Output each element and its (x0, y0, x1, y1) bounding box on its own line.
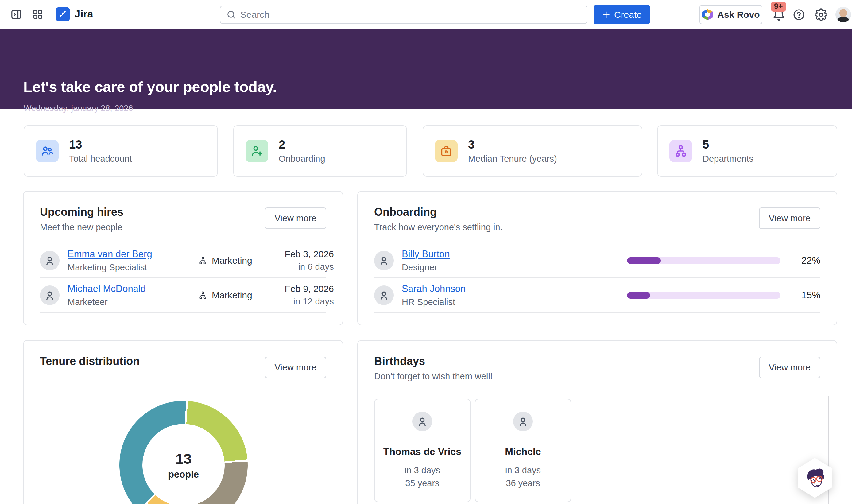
onboarding-progress-bar (627, 257, 780, 264)
avatar (513, 412, 533, 431)
jira-people-dashboard: Jira Create Ask Rovo 9+ (0, 0, 852, 504)
gear-icon (815, 8, 828, 21)
person-icon (43, 289, 56, 302)
avatar (374, 251, 394, 270)
hire-identity: Emma van der Berg Marketing Specialist (68, 249, 190, 273)
hire-date-relative: in 12 days (260, 296, 334, 307)
jira-logo[interactable] (56, 7, 70, 21)
ask-rovo-button[interactable]: Ask Rovo (700, 5, 762, 24)
tenure-distribution-card: Tenure distribution View more 13 people (23, 340, 343, 504)
onboarding-row: Billy Burton Designer 22% (374, 244, 820, 278)
avatar (413, 412, 432, 431)
stat-text: 2 Onboarding (279, 138, 325, 164)
person-icon (378, 254, 390, 267)
birthdays-card: Birthdays Don't forget to wish them well… (357, 340, 837, 504)
app-grid-icon (32, 9, 43, 20)
onboarding-role: Designer (402, 263, 619, 273)
birthdays-subtitle: Don't forget to wish them well! (374, 372, 820, 381)
stat-card-total-headcount[interactable]: 13 Total headcount (24, 125, 218, 177)
hire-name-link[interactable]: Emma van der Berg (68, 249, 152, 260)
stat-tile (435, 140, 458, 162)
org-chart-icon (674, 144, 688, 158)
onboarding-progress-percent: 15% (788, 290, 820, 301)
onboarding-progress-fill (627, 257, 661, 264)
onboarding-list: Billy Burton Designer 22% Sarah Johnson … (358, 244, 837, 313)
search-input[interactable] (240, 10, 581, 20)
birthdays-view-more-button[interactable]: View more (759, 357, 820, 378)
stat-text: 5 Departments (703, 138, 754, 164)
upcoming-hires-list: Emma van der Berg Marketing Specialist M… (24, 244, 343, 313)
department-icon (198, 256, 207, 265)
sidebar-toggle-button[interactable] (11, 8, 22, 20)
hire-department: Marketing (198, 290, 252, 301)
person-icon (416, 415, 429, 428)
stat-card-onboarding[interactable]: 2 Onboarding (233, 125, 407, 177)
birthday-age: 35 years (404, 477, 440, 490)
onboarding-view-more-button[interactable]: View more (759, 208, 820, 229)
onboarding-progress-percent: 22% (788, 255, 820, 266)
stat-value: 3 (468, 138, 557, 151)
onboarding-progress-fill (627, 292, 650, 299)
onboarding-progress-bar (627, 292, 780, 299)
birthday-relative: in 3 days (404, 464, 440, 477)
stat-label: Departments (703, 154, 754, 164)
person-icon (43, 254, 56, 267)
onboarding-card: Onboarding Track how everyone's settling… (357, 191, 837, 325)
rovo-logo-icon (702, 9, 713, 20)
hire-department: Marketing (198, 255, 252, 266)
person-add-icon (250, 144, 264, 158)
person-icon (517, 415, 529, 428)
sidebar-toggle-icon (11, 8, 22, 20)
app-name: Jira (75, 8, 93, 20)
onboarding-name-link[interactable]: Billy Burton (402, 249, 450, 260)
app-switcher-button[interactable] (32, 9, 43, 20)
briefcase-icon (439, 144, 453, 158)
birthdays-header: Birthdays Don't forget to wish them well… (358, 341, 837, 381)
tenure-view-more-button[interactable]: View more (265, 357, 326, 378)
stat-label: Median Tenure (years) (468, 154, 557, 164)
onboarding-subtitle: Track how everyone's settling in. (374, 222, 820, 232)
birthdays-title: Birthdays (374, 355, 820, 368)
onboarding-name-link[interactable]: Sarah Johnson (402, 283, 466, 294)
birthday-name: Thomas de Vries (383, 439, 461, 464)
onboarding-title: Onboarding (374, 206, 820, 218)
hire-row: Emma van der Berg Marketing Specialist M… (40, 244, 326, 278)
notifications-badge: 9+ (771, 2, 786, 12)
onboarding-identity: Billy Burton Designer (402, 249, 619, 273)
birthday-card[interactable]: Thomas de Vries in 3 days 35 years (374, 399, 471, 502)
notifications-button[interactable]: 9+ (772, 8, 786, 21)
department-icon (198, 291, 207, 300)
top-navigation-bar: Jira Create Ask Rovo 9+ (0, 0, 852, 29)
tenure-total-label: people (168, 469, 199, 480)
hire-name-link[interactable]: Michael McDonald (68, 283, 146, 294)
hire-date: Feb 3, 2026 (260, 249, 334, 259)
onboarding-identity: Sarah Johnson HR Specialist (402, 283, 619, 307)
create-button[interactable]: Create (594, 5, 650, 24)
stat-text: 3 Median Tenure (years) (468, 138, 557, 164)
upcoming-hires-card: Upcoming hires Meet the new people View … (23, 191, 343, 325)
stat-label: Onboarding (279, 154, 325, 164)
user-avatar[interactable] (835, 7, 851, 22)
birthday-card[interactable]: Michele in 3 days 36 years (475, 399, 571, 502)
birthday-when: in 3 days 35 years (404, 464, 440, 490)
hire-date: Feb 9, 2026 (260, 284, 334, 294)
jira-logo-icon (58, 10, 68, 19)
stat-card-median-tenure[interactable]: 3 Median Tenure (years) (423, 125, 642, 177)
tenure-donut-center: 13 people (142, 424, 225, 504)
create-button-label: Create (614, 10, 642, 20)
global-search[interactable] (220, 5, 587, 24)
hire-role: Marketeer (68, 297, 190, 307)
help-icon (793, 8, 805, 21)
help-button[interactable] (793, 8, 805, 21)
onboarding-row: Sarah Johnson HR Specialist 15% (374, 278, 820, 313)
tenure-donut: 13 people (120, 401, 248, 504)
upcoming-hires-view-more-button[interactable]: View more (265, 208, 326, 229)
rovo-chat-hexagon (796, 458, 833, 498)
onboarding-role: HR Specialist (402, 297, 619, 307)
hire-start-date: Feb 9, 2026 in 12 days (260, 284, 334, 307)
stat-value: 13 (69, 138, 132, 151)
rovo-agent-face-icon (801, 464, 829, 492)
settings-button[interactable] (815, 8, 828, 21)
stat-card-departments[interactable]: 5 Departments (657, 125, 837, 177)
rovo-chat-bubble-button[interactable] (796, 458, 833, 498)
